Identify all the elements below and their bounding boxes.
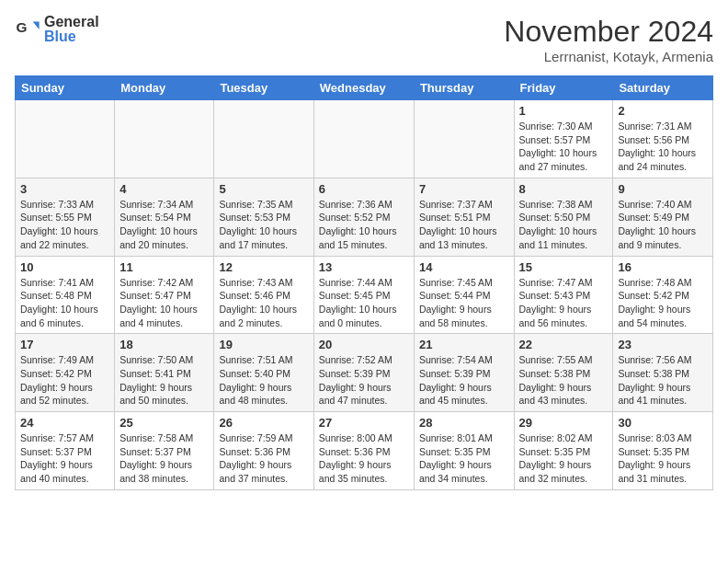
week-row-5: 24Sunrise: 7:57 AM Sunset: 5:37 PM Dayli… bbox=[16, 412, 713, 490]
calendar-cell: 22Sunrise: 7:55 AM Sunset: 5:38 PM Dayli… bbox=[514, 334, 613, 412]
day-number: 4 bbox=[119, 182, 209, 196]
calendar-cell bbox=[214, 100, 313, 178]
day-number: 12 bbox=[219, 260, 308, 274]
week-row-1: 1Sunrise: 7:30 AM Sunset: 5:57 PM Daylig… bbox=[16, 100, 713, 178]
calendar-cell: 9Sunrise: 7:40 AM Sunset: 5:49 PM Daylig… bbox=[613, 178, 713, 256]
day-number: 24 bbox=[20, 416, 109, 430]
day-header-thursday: Thursday bbox=[414, 76, 514, 100]
calendar-cell: 12Sunrise: 7:43 AM Sunset: 5:46 PM Dayli… bbox=[214, 256, 313, 334]
calendar-cell: 21Sunrise: 7:54 AM Sunset: 5:39 PM Dayli… bbox=[414, 334, 514, 412]
day-info: Sunrise: 7:57 AM Sunset: 5:37 PM Dayligh… bbox=[20, 431, 109, 486]
day-info: Sunrise: 7:47 AM Sunset: 5:43 PM Dayligh… bbox=[519, 276, 609, 330]
day-info: Sunrise: 8:02 AM Sunset: 5:35 PM Dayligh… bbox=[519, 431, 609, 486]
day-info: Sunrise: 8:03 AM Sunset: 5:35 PM Dayligh… bbox=[618, 431, 708, 486]
day-info: Sunrise: 8:00 AM Sunset: 5:36 PM Dayligh… bbox=[319, 431, 409, 486]
day-info: Sunrise: 7:31 AM Sunset: 5:56 PM Dayligh… bbox=[618, 120, 708, 174]
page-header: G General Blue November 2024 Lerrnanist,… bbox=[15, 15, 713, 64]
day-number: 13 bbox=[319, 260, 409, 274]
day-info: Sunrise: 7:36 AM Sunset: 5:52 PM Dayligh… bbox=[319, 198, 409, 252]
day-number: 19 bbox=[219, 338, 308, 351]
calendar-cell bbox=[115, 100, 214, 178]
logo-text: General Blue bbox=[44, 15, 99, 44]
day-info: Sunrise: 7:52 AM Sunset: 5:39 PM Dayligh… bbox=[319, 353, 409, 408]
day-info: Sunrise: 7:41 AM Sunset: 5:48 PM Dayligh… bbox=[20, 276, 109, 330]
calendar-cell: 17Sunrise: 7:49 AM Sunset: 5:42 PM Dayli… bbox=[16, 334, 115, 412]
calendar-cell: 27Sunrise: 8:00 AM Sunset: 5:36 PM Dayli… bbox=[313, 412, 414, 490]
calendar-cell: 24Sunrise: 7:57 AM Sunset: 5:37 PM Dayli… bbox=[16, 412, 115, 490]
calendar-cell: 20Sunrise: 7:52 AM Sunset: 5:39 PM Dayli… bbox=[313, 334, 414, 412]
calendar-cell: 26Sunrise: 7:59 AM Sunset: 5:36 PM Dayli… bbox=[214, 412, 313, 490]
day-number: 26 bbox=[219, 416, 308, 430]
day-number: 9 bbox=[618, 182, 708, 196]
week-row-3: 10Sunrise: 7:41 AM Sunset: 5:48 PM Dayli… bbox=[16, 256, 713, 334]
day-number: 25 bbox=[119, 416, 209, 430]
day-number: 18 bbox=[119, 338, 209, 351]
calendar-cell bbox=[16, 100, 115, 178]
calendar-cell: 1Sunrise: 7:30 AM Sunset: 5:57 PM Daylig… bbox=[514, 100, 613, 178]
day-number: 8 bbox=[519, 182, 609, 196]
calendar-cell: 4Sunrise: 7:34 AM Sunset: 5:54 PM Daylig… bbox=[115, 178, 214, 256]
day-info: Sunrise: 7:37 AM Sunset: 5:51 PM Dayligh… bbox=[419, 198, 509, 252]
calendar-cell: 5Sunrise: 7:35 AM Sunset: 5:53 PM Daylig… bbox=[214, 178, 313, 256]
day-number: 11 bbox=[119, 260, 209, 274]
day-number: 2 bbox=[618, 104, 708, 118]
calendar-cell: 6Sunrise: 7:36 AM Sunset: 5:52 PM Daylig… bbox=[313, 178, 414, 256]
title-section: November 2024 Lerrnanist, Kotayk, Armeni… bbox=[504, 15, 713, 64]
day-info: Sunrise: 7:56 AM Sunset: 5:38 PM Dayligh… bbox=[618, 353, 708, 408]
svg-text:G: G bbox=[16, 19, 27, 35]
calendar-cell: 14Sunrise: 7:45 AM Sunset: 5:44 PM Dayli… bbox=[414, 256, 514, 334]
day-header-sunday: Sunday bbox=[16, 76, 115, 100]
calendar-cell: 11Sunrise: 7:42 AM Sunset: 5:47 PM Dayli… bbox=[115, 256, 214, 334]
day-header-saturday: Saturday bbox=[613, 76, 713, 100]
day-number: 14 bbox=[419, 260, 509, 274]
calendar-cell: 16Sunrise: 7:48 AM Sunset: 5:42 PM Dayli… bbox=[613, 256, 713, 334]
day-number: 17 bbox=[20, 338, 109, 351]
day-info: Sunrise: 7:58 AM Sunset: 5:37 PM Dayligh… bbox=[119, 431, 209, 486]
week-row-2: 3Sunrise: 7:33 AM Sunset: 5:55 PM Daylig… bbox=[16, 178, 713, 256]
day-number: 23 bbox=[618, 338, 708, 351]
day-info: Sunrise: 7:50 AM Sunset: 5:41 PM Dayligh… bbox=[119, 353, 209, 408]
day-info: Sunrise: 7:38 AM Sunset: 5:50 PM Dayligh… bbox=[519, 198, 609, 252]
day-info: Sunrise: 7:43 AM Sunset: 5:46 PM Dayligh… bbox=[219, 276, 308, 330]
calendar-cell: 7Sunrise: 7:37 AM Sunset: 5:51 PM Daylig… bbox=[414, 178, 514, 256]
day-info: Sunrise: 7:51 AM Sunset: 5:40 PM Dayligh… bbox=[219, 353, 308, 408]
calendar-cell: 18Sunrise: 7:50 AM Sunset: 5:41 PM Dayli… bbox=[115, 334, 214, 412]
logo-general: General bbox=[44, 15, 99, 29]
logo: G General Blue bbox=[15, 15, 99, 44]
calendar-cell: 2Sunrise: 7:31 AM Sunset: 5:56 PM Daylig… bbox=[613, 100, 713, 178]
day-number: 29 bbox=[519, 416, 609, 430]
logo-icon: G bbox=[15, 17, 40, 42]
calendar-cell bbox=[414, 100, 514, 178]
day-info: Sunrise: 7:30 AM Sunset: 5:57 PM Dayligh… bbox=[519, 120, 609, 174]
location: Lerrnanist, Kotayk, Armenia bbox=[504, 49, 713, 64]
day-header-monday: Monday bbox=[115, 76, 214, 100]
day-info: Sunrise: 7:55 AM Sunset: 5:38 PM Dayligh… bbox=[519, 353, 609, 408]
day-number: 22 bbox=[519, 338, 609, 351]
day-info: Sunrise: 7:54 AM Sunset: 5:39 PM Dayligh… bbox=[419, 353, 509, 408]
calendar-cell: 10Sunrise: 7:41 AM Sunset: 5:48 PM Dayli… bbox=[16, 256, 115, 334]
day-number: 21 bbox=[419, 338, 509, 351]
day-info: Sunrise: 7:49 AM Sunset: 5:42 PM Dayligh… bbox=[20, 353, 109, 408]
calendar-table: SundayMondayTuesdayWednesdayThursdayFrid… bbox=[15, 75, 713, 490]
day-info: Sunrise: 7:33 AM Sunset: 5:55 PM Dayligh… bbox=[20, 198, 109, 252]
day-info: Sunrise: 8:01 AM Sunset: 5:35 PM Dayligh… bbox=[419, 431, 509, 486]
day-header-friday: Friday bbox=[514, 76, 613, 100]
calendar-cell: 8Sunrise: 7:38 AM Sunset: 5:50 PM Daylig… bbox=[514, 178, 613, 256]
logo-blue: Blue bbox=[44, 29, 99, 44]
day-info: Sunrise: 7:44 AM Sunset: 5:45 PM Dayligh… bbox=[319, 276, 409, 330]
week-row-4: 17Sunrise: 7:49 AM Sunset: 5:42 PM Dayli… bbox=[16, 334, 713, 412]
day-info: Sunrise: 7:40 AM Sunset: 5:49 PM Dayligh… bbox=[618, 198, 708, 252]
day-info: Sunrise: 7:48 AM Sunset: 5:42 PM Dayligh… bbox=[618, 276, 708, 330]
day-number: 16 bbox=[618, 260, 708, 274]
calendar-header-row: SundayMondayTuesdayWednesdayThursdayFrid… bbox=[16, 76, 713, 100]
day-info: Sunrise: 7:34 AM Sunset: 5:54 PM Dayligh… bbox=[119, 198, 209, 252]
day-number: 20 bbox=[319, 338, 409, 351]
day-number: 1 bbox=[519, 104, 609, 118]
calendar-cell: 3Sunrise: 7:33 AM Sunset: 5:55 PM Daylig… bbox=[16, 178, 115, 256]
calendar-cell: 15Sunrise: 7:47 AM Sunset: 5:43 PM Dayli… bbox=[514, 256, 613, 334]
day-number: 7 bbox=[419, 182, 509, 196]
day-info: Sunrise: 7:59 AM Sunset: 5:36 PM Dayligh… bbox=[219, 431, 308, 486]
calendar-cell: 29Sunrise: 8:02 AM Sunset: 5:35 PM Dayli… bbox=[514, 412, 613, 490]
day-number: 15 bbox=[519, 260, 609, 274]
calendar-cell bbox=[313, 100, 414, 178]
